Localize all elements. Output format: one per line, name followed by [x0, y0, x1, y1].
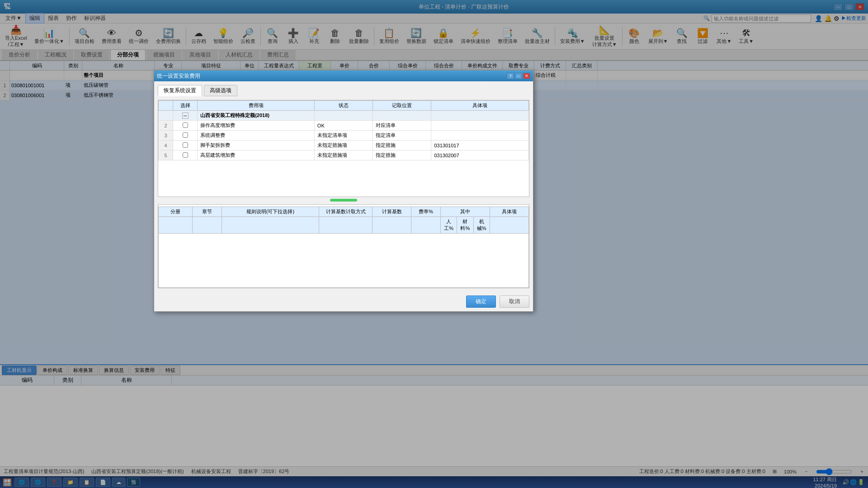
- cell-status: 未指定措施项: [314, 141, 373, 150]
- install-fee-modal: 统一设置安装费用 ? ─ ✕ 恢复系统设置 高级选项 选择: [154, 70, 533, 312]
- cell-rownum: 3: [159, 131, 173, 141]
- cell-position: 指定清单: [373, 131, 431, 141]
- table-row: ─ 山西省安装工程特殊定额(2018): [159, 111, 529, 121]
- cell-detail: 031302007: [431, 150, 529, 160]
- cell-rownum: 2: [159, 121, 173, 131]
- th-rules-sub: [222, 217, 319, 234]
- modal-close-btn[interactable]: ✕: [523, 73, 530, 79]
- cell-fee: 山西省安装工程特殊定额(2018): [198, 111, 315, 121]
- th-num: [159, 101, 173, 111]
- table-empty-area: [158, 160, 529, 197]
- th-specific: 具体项: [490, 207, 528, 217]
- cell-check[interactable]: [173, 150, 198, 160]
- th-册: 分册: [159, 207, 193, 217]
- cell-position: 指定措施: [373, 150, 431, 160]
- table-row[interactable]: 3 系统调整费 未指定清单项 指定清单: [159, 131, 529, 141]
- th-calc-base-method: 计算基数计取方式: [319, 207, 372, 217]
- th-status: 状态: [314, 101, 373, 111]
- table-row[interactable]: 5 高层建筑增加费 未指定措施项 指定措施 031302007: [159, 150, 529, 160]
- progress-bar: [330, 199, 357, 202]
- cell-position: 指定措施: [373, 141, 431, 150]
- modal-content: 恢复系统设置 高级选项 选择 费用项 状态 记取位置 具体项: [154, 81, 533, 292]
- cancel-btn[interactable]: 取消: [500, 296, 529, 308]
- th-册-sub: [159, 217, 193, 234]
- th-rate-sub: [411, 217, 441, 234]
- fee-table: 选择 费用项 状态 记取位置 具体项 ─: [158, 100, 529, 160]
- cell-fee: 高层建筑增加费: [198, 150, 315, 160]
- cell-status: 未指定措施项: [314, 150, 373, 160]
- progress-container: [158, 199, 529, 202]
- cell-check[interactable]: [173, 131, 198, 141]
- cell-check[interactable]: [173, 121, 198, 131]
- row4-checkbox[interactable]: [183, 142, 188, 148]
- cell-fee: 系统调整费: [198, 131, 315, 141]
- confirm-btn[interactable]: 确定: [466, 296, 496, 308]
- th-breakdown: 其中: [440, 207, 490, 217]
- cell-check[interactable]: ─: [173, 111, 198, 121]
- row5-checkbox[interactable]: [183, 152, 188, 158]
- cell-status: OK: [314, 121, 373, 131]
- th-machine: 机械%: [473, 217, 490, 234]
- modal-controls: ? ─ ✕: [507, 73, 530, 79]
- fee-table-container: 选择 费用项 状态 记取位置 具体项 ─: [158, 100, 529, 197]
- cell-fee: 脚手架拆拆费: [198, 141, 315, 150]
- detail-empty-cell: [159, 234, 529, 288]
- cell-detail: [431, 121, 529, 131]
- cell-check[interactable]: [173, 141, 198, 150]
- modal-tabs: 恢复系统设置 高级选项: [158, 85, 529, 96]
- cell-detail: [431, 111, 529, 121]
- modal-overlay: 统一设置安装费用 ? ─ ✕ 恢复系统设置 高级选项 选择: [0, 0, 868, 488]
- modal-tab-restore[interactable]: 恢复系统设置: [158, 85, 202, 96]
- table-row[interactable]: 2 操作高度增加费 OK 对应清单: [159, 121, 529, 131]
- modal-minimize-btn[interactable]: ─: [515, 73, 522, 79]
- cell-rownum: 5: [159, 150, 173, 160]
- cell-detail: [431, 131, 529, 141]
- cell-detail: 031301017: [431, 141, 529, 150]
- th-rules: 规则说明(可下拉选择): [222, 207, 319, 217]
- cell-position: [373, 111, 431, 121]
- cell-status: 未指定清单项: [314, 131, 373, 141]
- cell-rownum: [159, 111, 173, 121]
- th-章-sub: [193, 217, 222, 234]
- th-章: 章节: [193, 207, 222, 217]
- th-specific-sub: [490, 217, 528, 234]
- detail-table-container: 分册 章节 规则说明(可下拉选择) 计算基数计取方式 计算基数 费率% 其中 具…: [158, 204, 529, 288]
- table-row[interactable]: 4 脚手架拆拆费 未指定措施项 指定措施 031301017: [159, 141, 529, 150]
- th-labor: 人工%: [440, 217, 457, 234]
- modal-titlebar: 统一设置安装费用 ? ─ ✕: [154, 70, 533, 81]
- th-fee-item: 费用项: [198, 101, 315, 111]
- modal-help-btn[interactable]: ?: [507, 73, 514, 79]
- modal-footer: 确定 取消: [154, 292, 533, 311]
- cell-position: 对应清单: [373, 121, 431, 131]
- cell-fee: 操作高度增加费: [198, 121, 315, 131]
- th-material: 材料%: [457, 217, 473, 234]
- detail-empty-row: [159, 234, 529, 288]
- th-method-sub: [319, 217, 372, 234]
- collapse-icon[interactable]: ─: [182, 113, 189, 119]
- th-select: 选择: [173, 101, 198, 111]
- modal-title: 统一设置安装费用: [157, 72, 200, 80]
- modal-tab-advanced[interactable]: 高级选项: [204, 85, 237, 96]
- row3-checkbox[interactable]: [183, 132, 188, 138]
- detail-table: 分册 章节 规则说明(可下拉选择) 计算基数计取方式 计算基数 费率% 其中 具…: [158, 206, 529, 288]
- th-rate: 费率%: [411, 207, 441, 217]
- th-calc-base: 计算基数: [373, 207, 411, 217]
- cell-status: [314, 111, 373, 121]
- row2-checkbox[interactable]: [183, 122, 188, 128]
- th-detail: 具体项: [431, 101, 529, 111]
- th-base-sub: [373, 217, 411, 234]
- cell-rownum: 4: [159, 141, 173, 150]
- th-position: 记取位置: [373, 101, 431, 111]
